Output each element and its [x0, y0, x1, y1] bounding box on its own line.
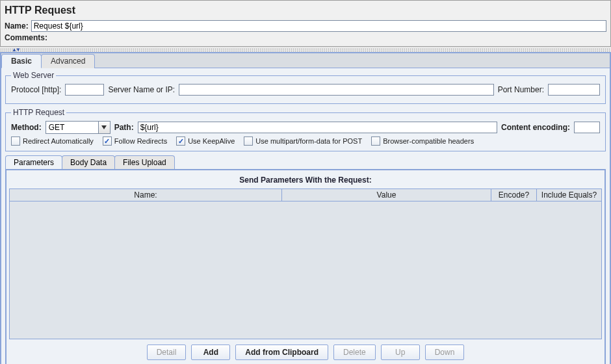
port-label: Port Number: — [498, 85, 544, 94]
protocol-label: Protocol [http]: — [11, 85, 61, 94]
tab-body-data[interactable]: Body Data — [62, 155, 115, 169]
checkbox-row: Redirect Automatically Follow Redirects … — [11, 136, 600, 146]
comments-row: Comments: — [5, 33, 606, 42]
port-input[interactable] — [548, 84, 600, 96]
delete-button[interactable]: Delete — [333, 344, 376, 360]
web-server-legend: Web Server — [11, 71, 56, 80]
protocol-input[interactable] — [65, 84, 104, 96]
detail-button[interactable]: Detail — [147, 344, 187, 360]
keepalive-label: Use KeepAlive — [188, 137, 235, 145]
tab-advanced[interactable]: Advanced — [41, 54, 95, 68]
name-input[interactable] — [31, 20, 606, 32]
path-input[interactable] — [138, 122, 497, 133]
comments-label: Comments: — [5, 33, 47, 42]
follow-redirects-checkbox[interactable]: Follow Redirects — [103, 136, 167, 146]
chevron-down-icon — [101, 125, 107, 129]
browser-compatible-checkbox[interactable]: Browser-compatible headers — [371, 136, 474, 146]
browser-compatible-label: Browser-compatible headers — [383, 137, 474, 145]
params-table: Name: Value Encode? Include Equals? — [9, 188, 602, 202]
main-tab-strip: Basic Advanced — [1, 53, 610, 68]
web-server-group: Web Server Protocol [http]: Server Name … — [5, 71, 606, 104]
panel-title: HTTP Request — [5, 5, 606, 16]
params-table-body[interactable] — [9, 202, 602, 339]
col-value[interactable]: Value — [282, 189, 491, 202]
path-label: Path: — [114, 123, 134, 132]
params-button-row: Detail Add Add from Clipboard Delete Up … — [9, 339, 602, 361]
name-label: Name: — [5, 21, 29, 31]
config-panel: Basic Advanced Web Server Protocol [http… — [0, 52, 611, 364]
http-request-group: HTTP Request Method: Path: Content encod… — [5, 108, 606, 151]
inner-tab-strip: Parameters Body Data Files Upload — [5, 155, 606, 169]
redirect-auto-label: Redirect Automatically — [23, 137, 94, 145]
add-from-clipboard-button[interactable]: Add from Clipboard — [235, 344, 328, 360]
tab-basic[interactable]: Basic — [1, 54, 42, 68]
multipart-label: Use multipart/form-data for POST — [255, 137, 362, 145]
method-label: Method: — [11, 123, 42, 132]
col-name[interactable]: Name: — [10, 189, 282, 202]
http-request-panel: HTTP Request Name: Comments: — [0, 0, 611, 47]
tab-parameters[interactable]: Parameters — [5, 155, 62, 169]
content-encoding-label: Content encoding: — [501, 123, 570, 132]
down-button[interactable]: Down — [425, 344, 465, 360]
follow-redirects-label: Follow Redirects — [114, 137, 167, 145]
content-encoding-input[interactable] — [574, 122, 600, 133]
method-value[interactable] — [46, 122, 98, 133]
http-request-legend: HTTP Request — [11, 108, 66, 117]
server-name-input[interactable] — [179, 84, 494, 96]
method-dropdown-button[interactable] — [98, 122, 110, 133]
redirect-auto-checkbox[interactable]: Redirect Automatically — [11, 136, 94, 146]
multipart-checkbox[interactable]: Use multipart/form-data for POST — [244, 136, 362, 146]
keepalive-checkbox[interactable]: Use KeepAlive — [176, 136, 235, 146]
col-include-equals[interactable]: Include Equals? — [537, 189, 602, 202]
server-name-label: Server Name or IP: — [108, 85, 175, 94]
params-header-row: Name: Value Encode? Include Equals? — [10, 189, 602, 202]
svg-marker-0 — [101, 125, 107, 129]
name-row: Name: — [5, 20, 606, 32]
params-title: Send Parameters With the Request: — [9, 173, 602, 188]
tab-files-upload[interactable]: Files Upload — [114, 155, 175, 169]
up-button[interactable]: Up — [381, 344, 420, 360]
params-panel: Send Parameters With the Request: Name: … — [5, 169, 606, 364]
add-button[interactable]: Add — [191, 344, 230, 360]
method-select[interactable] — [46, 121, 110, 134]
col-encode[interactable]: Encode? — [491, 189, 537, 202]
